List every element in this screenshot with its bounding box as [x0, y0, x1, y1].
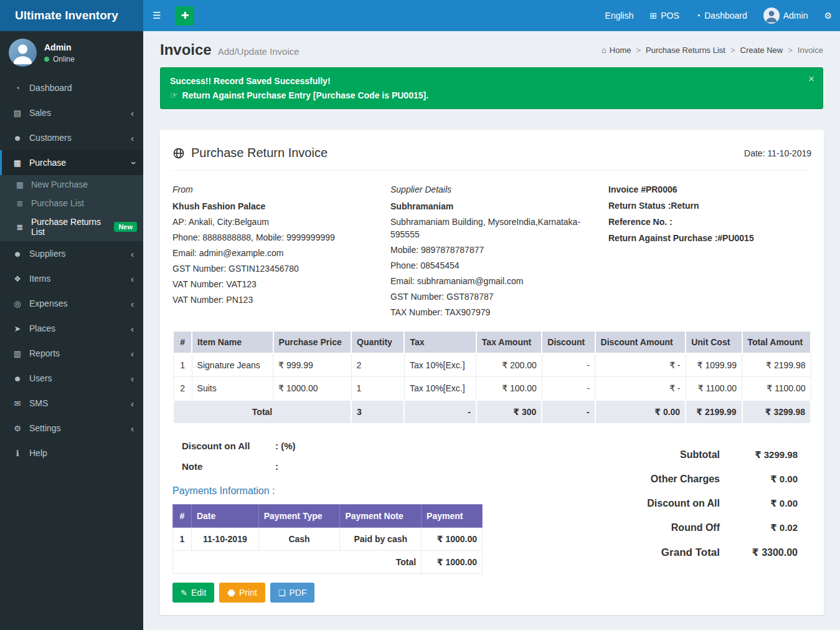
supplier-block: Supplier Details Subhramaniam Subhramani… — [390, 183, 593, 322]
return-against-purchase: Return Against Purchase :#PU0015 — [608, 232, 811, 244]
invoice-summary: Subtotal ₹ 3299.98 Other Charges ₹ 0.00 … — [598, 441, 798, 603]
pdf-button[interactable]: ❏ PDF — [270, 583, 315, 603]
breadcrumb-label: Home — [610, 45, 631, 55]
pdf-file-icon: ❏ — [278, 589, 286, 597]
suppliers-icon: ☻ — [11, 249, 24, 259]
column-header: # — [173, 505, 192, 528]
from-line: AP: Ankali, City:Belgaum — [172, 216, 375, 228]
summary-label: Subtotal — [598, 449, 720, 461]
dashboard-link[interactable]: ◔ Dashboard — [687, 0, 755, 31]
supplier-line: Subhramaniam Building, MysoreIndia,Karna… — [390, 216, 593, 241]
new-badge: New — [114, 222, 137, 232]
sidebar-item-sales[interactable]: ▤ Sales ‹ — [0, 100, 143, 125]
sidebar-item-new-purchase[interactable]: ▦ New Purchase — [0, 175, 143, 194]
summary-row-discount-on-all: Discount on All ₹ 0.00 — [598, 498, 798, 509]
breadcrumb-purchase-returns-list[interactable]: Purchase Returns List — [646, 45, 725, 55]
sidebar-item-customers[interactable]: ☻ Customers ‹ — [0, 125, 143, 150]
reports-icon: ▥ — [11, 349, 24, 358]
list-icon: ≣ — [14, 199, 26, 208]
users-icon: ☻ — [11, 374, 24, 383]
sidebar-item-label: Settings — [29, 423, 61, 433]
cell: ₹ 1000.00 — [273, 377, 351, 401]
payments-total-value: ₹ 1000.00 — [422, 551, 483, 574]
printer-icon — [227, 589, 235, 597]
user-menu[interactable]: Admin — [755, 0, 816, 31]
chevron-left-icon: ‹ — [131, 424, 134, 433]
invoice-title: Purchase Return Invoice — [172, 146, 328, 160]
online-dot-icon — [44, 57, 49, 62]
from-block: From Khush Fashion Palace AP: Ankali, Ci… — [172, 183, 375, 322]
edit-icon: ✎ — [181, 589, 187, 597]
from-line: Email: admin@example.com — [172, 247, 375, 259]
pdf-label: PDF — [289, 588, 306, 598]
table-row: 1 11-10-2019 Cash Paid by cash ₹ 1000.00 — [173, 528, 483, 551]
chevron-left-icon: ‹ — [131, 349, 134, 358]
sidebar-item-purchase-list[interactable]: ≣ Purchase List — [0, 194, 143, 212]
breadcrumb-separator: > — [636, 45, 641, 55]
supplier-line: Phone: 08545454 — [390, 259, 593, 272]
sidebar-user-panel: Admin Online — [0, 31, 143, 75]
sidebar-item-dashboard[interactable]: ◔ Dashboard — [0, 75, 143, 100]
hamburger-icon[interactable]: ☰ — [143, 0, 170, 31]
chevron-left-icon: ‹ — [131, 374, 134, 383]
pos-label: POS — [661, 11, 679, 21]
sidebar-item-reports[interactable]: ▥ Reports ‹ — [0, 341, 143, 366]
print-button[interactable]: Print — [219, 583, 265, 603]
sidebar-item-label: Customers — [29, 133, 72, 143]
column-header: Tax Amount — [476, 331, 542, 353]
sidebar-item-sms[interactable]: ✉ SMS ‹ — [0, 391, 143, 416]
user-name-label: Admin — [783, 11, 808, 21]
note-value: : — [275, 461, 278, 472]
from-heading: From — [172, 183, 375, 196]
sidebar-item-items[interactable]: ❖ Items ‹ — [0, 266, 143, 291]
expenses-icon: ◎ — [11, 299, 24, 308]
customers-icon: ☻ — [11, 133, 24, 143]
column-header: Quantity — [351, 331, 404, 353]
quick-add-button[interactable]: ✚ — [175, 6, 194, 26]
app-logo[interactable]: Ultimate Inventory — [0, 0, 143, 31]
sidebar-item-help[interactable]: ℹ Help — [0, 441, 143, 465]
summary-row-grand-total: Grand Total ₹ 3300.00 — [598, 546, 798, 559]
close-icon[interactable]: × — [808, 74, 814, 84]
user-status-label: Online — [53, 55, 75, 64]
avatar — [763, 7, 780, 24]
invoice-card: Purchase Return Invoice Date: 11-10-2019… — [160, 130, 824, 615]
sidebar-item-purchase-returns-list[interactable]: ≣ Purchase Returns List New — [0, 212, 143, 241]
chevron-down-icon: ‹ — [128, 161, 137, 165]
payments-table: # Date Payment Type Payment Note Payment… — [172, 504, 483, 574]
table-row: 2 Suits ₹ 1000.00 1 Tax 10%[Exc.] ₹ 100.… — [173, 377, 811, 401]
language-menu[interactable]: English — [597, 0, 642, 31]
sidebar-item-label: Suppliers — [29, 249, 65, 259]
edit-button[interactable]: ✎ Edit — [172, 583, 214, 603]
sidebar-item-label: Help — [29, 448, 47, 458]
summary-value: ₹ 3299.98 — [720, 449, 798, 461]
cell: ₹ 200.00 — [476, 353, 542, 377]
sidebar-item-expenses[interactable]: ◎ Expenses ‹ — [0, 291, 143, 316]
column-header: Payment Note — [340, 505, 422, 528]
print-label: Print — [239, 588, 257, 598]
total-label: Total — [173, 400, 351, 424]
sidebar-item-purchase[interactable]: ▦ Purchase ‹ — [0, 150, 143, 175]
cell: Tax 10%[Exc.] — [404, 377, 476, 401]
sidebar-item-label: SMS — [29, 398, 48, 408]
sidebar-item-suppliers[interactable]: ☻ Suppliers ‹ — [0, 241, 143, 266]
language-label: English — [605, 11, 634, 21]
breadcrumb-home[interactable]: ⌂ Home — [602, 45, 631, 55]
total-discount-amount: ₹ 0.00 — [595, 400, 686, 424]
breadcrumb-create-new[interactable]: Create New — [740, 45, 783, 55]
sidebar-item-settings[interactable]: ⚙ Settings ‹ — [0, 416, 143, 441]
cell: ₹ 1100.00 — [686, 377, 742, 401]
sidebar-item-places[interactable]: ➤ Places ‹ — [0, 316, 143, 341]
cell: ₹ 999.99 — [273, 353, 351, 377]
pos-link[interactable]: ⊞ POS — [641, 0, 687, 31]
payments-heading: Payments Information : — [172, 485, 484, 497]
invoice-meta-block: Invoice #PR0006 Return Status :Return Re… — [608, 183, 811, 322]
settings-menu[interactable]: ⚙ — [816, 0, 840, 31]
total-unit-cost: ₹ 2199.99 — [686, 400, 742, 424]
page-subtitle: Add/Update Invoice — [218, 46, 300, 57]
supplier-name: Subhramaniam — [390, 200, 593, 212]
sidebar-item-users[interactable]: ☻ Users ‹ — [0, 366, 143, 391]
cell: 2 — [351, 353, 404, 377]
cell: Tax 10%[Exc.] — [404, 353, 476, 377]
chevron-left-icon: ‹ — [131, 108, 134, 118]
